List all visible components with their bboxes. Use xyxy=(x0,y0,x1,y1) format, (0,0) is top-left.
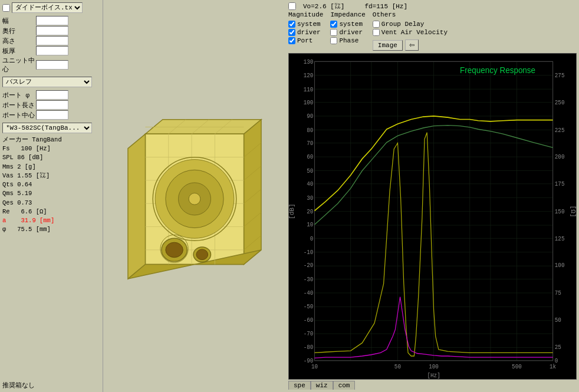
check-magnitude-system-input[interactable] xyxy=(288,21,295,28)
param-input-thickness[interactable]: 10 xyxy=(36,46,68,55)
check-impedance-phase: Phase xyxy=(330,37,365,44)
bottom-tabs: spe wiz com xyxy=(288,381,577,390)
check-impedance-system-input[interactable] xyxy=(330,21,337,28)
driver-info-qms: Qms 5.19 xyxy=(2,189,100,198)
param-label-thickness: 板厚 xyxy=(2,47,35,55)
svg-text:50: 50 xyxy=(307,168,313,174)
tab-wiz[interactable]: wiz xyxy=(311,381,333,390)
options-group-magnitude: Magnitude system driver Port xyxy=(288,11,323,44)
check-impedance-phase-label: Phase xyxy=(339,37,358,44)
vo-label: Vo=2.6 [㍑] xyxy=(303,2,344,10)
driver-info-qes: Qes 0.73 xyxy=(2,199,100,207)
check-impedance-driver-label: driver xyxy=(339,29,363,36)
controls-row: Vo=2.6 [㍑] fd=115 [Hz] xyxy=(288,2,577,10)
svg-text:20: 20 xyxy=(307,209,313,215)
preset-checkbox[interactable] xyxy=(2,4,10,12)
check-impedance-driver: driver xyxy=(330,29,365,36)
recommend-text: 推奨箱なし xyxy=(2,378,100,390)
main-checkbox[interactable] xyxy=(288,2,296,10)
image-button[interactable]: Image xyxy=(373,40,403,51)
svg-text:80: 80 xyxy=(307,127,313,133)
param-label-height: 高さ xyxy=(2,37,35,45)
svg-text:-40: -40 xyxy=(304,290,314,297)
check-impedance-driver-input[interactable] xyxy=(330,29,337,36)
check-magnitude-system: system xyxy=(288,21,323,28)
svg-text:75: 75 xyxy=(555,290,561,297)
svg-point-28 xyxy=(166,242,183,258)
svg-point-26 xyxy=(189,193,200,205)
param-input-height[interactable]: 196 xyxy=(36,36,68,45)
options-group-impedance: Impedance system driver Phase xyxy=(330,11,365,44)
svg-text:1k: 1k xyxy=(550,364,556,370)
check-impedance-system: system xyxy=(330,21,365,28)
param-input-port-center[interactable]: 150 xyxy=(36,110,68,120)
chart-svg: 130 120 110 100 90 80 70 60 50 40 30 20 … xyxy=(289,54,576,379)
box-3d-svg xyxy=(115,111,274,282)
svg-text:-50: -50 xyxy=(304,303,314,309)
svg-text:30: 30 xyxy=(307,195,313,201)
param-input-width[interactable]: 145 xyxy=(36,16,68,25)
param-input-port-length[interactable]: 54 xyxy=(36,100,68,110)
svg-text:-10: -10 xyxy=(304,249,314,256)
param-label-port-center: ポート中心 xyxy=(2,111,35,120)
check-magnitude-port-input[interactable] xyxy=(288,37,295,44)
param-row-port-center: ポート中心 150 xyxy=(2,110,100,120)
check-others-groupdelay-label: Group Delay xyxy=(381,21,425,28)
left-panel: ダイドーボイス.txt 幅 145 奥行 140 高さ 196 板厚 10 ユニ… xyxy=(0,0,103,392)
svg-text:90: 90 xyxy=(307,113,313,120)
top-controls: ダイドーボイス.txt xyxy=(2,2,100,13)
param-label-unit-center: ユニット中心 xyxy=(2,56,35,74)
driver-info-fs: Fs 100 [Hz] xyxy=(2,144,100,153)
param-input-port-phi[interactable]: 34 xyxy=(36,90,68,100)
svg-text:[dB]: [dB] xyxy=(289,203,295,219)
dimension-params: 幅 145 奥行 140 高さ 196 板厚 10 ユニット中心 70 xyxy=(2,15,100,74)
param-row-height: 高さ 196 xyxy=(2,36,100,45)
svg-text:250: 250 xyxy=(555,100,565,106)
check-magnitude-port: Port xyxy=(288,37,323,44)
check-others-groupdelay-input[interactable] xyxy=(373,21,380,28)
svg-text:[Hz]: [Hz] xyxy=(427,372,440,378)
svg-text:-70: -70 xyxy=(304,331,314,337)
param-row-depth: 奥行 140 xyxy=(2,26,100,35)
right-panel: Vo=2.6 [㍑] fd=115 [Hz] Magnitude system … xyxy=(286,0,579,392)
param-row-port-length: ポート長さ 54 xyxy=(2,100,100,110)
svg-marker-3 xyxy=(128,134,145,279)
check-others-groupdelay: Group Delay xyxy=(373,21,448,28)
check-others-ventair-input[interactable] xyxy=(373,29,380,36)
svg-text:130: 130 xyxy=(304,58,314,65)
check-impedance-phase-input[interactable] xyxy=(330,37,337,44)
tab-spe[interactable]: spe xyxy=(288,381,311,390)
check-magnitude-driver-input[interactable] xyxy=(288,29,295,36)
svg-text:Frequency Response: Frequency Response xyxy=(460,65,535,75)
type-select[interactable]: バスレフ xyxy=(2,77,92,87)
driver-info-spl: SPL 86 [dB] xyxy=(2,153,100,162)
param-input-unit-center[interactable]: 70 xyxy=(36,60,68,70)
tab-com[interactable]: com xyxy=(333,381,356,390)
driver-info-phi: φ 75.5 [mm] xyxy=(2,225,100,234)
driver-info-mms: Mms 2 [g] xyxy=(2,163,100,172)
svg-text:0: 0 xyxy=(310,235,314,242)
svg-text:10: 10 xyxy=(311,364,318,370)
impedance-title: Impedance xyxy=(330,11,365,18)
param-row-width: 幅 145 xyxy=(2,16,100,25)
chart-container: 130 120 110 100 90 80 70 60 50 40 30 20 … xyxy=(288,53,577,380)
arrow-button[interactable]: ⇦ xyxy=(405,39,419,51)
param-label-depth: 奥行 xyxy=(2,27,35,35)
param-input-depth[interactable]: 140 xyxy=(36,26,68,35)
param-label-width: 幅 xyxy=(2,17,35,25)
svg-text:50: 50 xyxy=(555,317,561,324)
driver-select[interactable]: *W3-582SC(TangBa... xyxy=(2,123,92,133)
check-magnitude-system-label: system xyxy=(297,21,321,28)
driver-info: メーカー TangBand Fs 100 [Hz] SPL 86 [dB] Mm… xyxy=(2,136,100,234)
param-label-port-length: ポート長さ xyxy=(2,101,35,110)
svg-text:[Ω]: [Ω] xyxy=(570,206,576,218)
preset-select[interactable]: ダイドーボイス.txt xyxy=(12,2,83,13)
svg-text:-80: -80 xyxy=(304,344,314,350)
svg-text:110: 110 xyxy=(304,86,314,93)
img-arrow-row: Image ⇦ xyxy=(373,39,448,51)
param-row-port-phi: ポート φ 34 xyxy=(2,90,100,100)
check-magnitude-driver-label: driver xyxy=(297,29,321,36)
param-row-unit-center: ユニット中心 70 xyxy=(2,56,100,74)
driver-info-qts: Qts 0.64 xyxy=(2,180,100,189)
check-impedance-system-label: system xyxy=(339,21,363,28)
